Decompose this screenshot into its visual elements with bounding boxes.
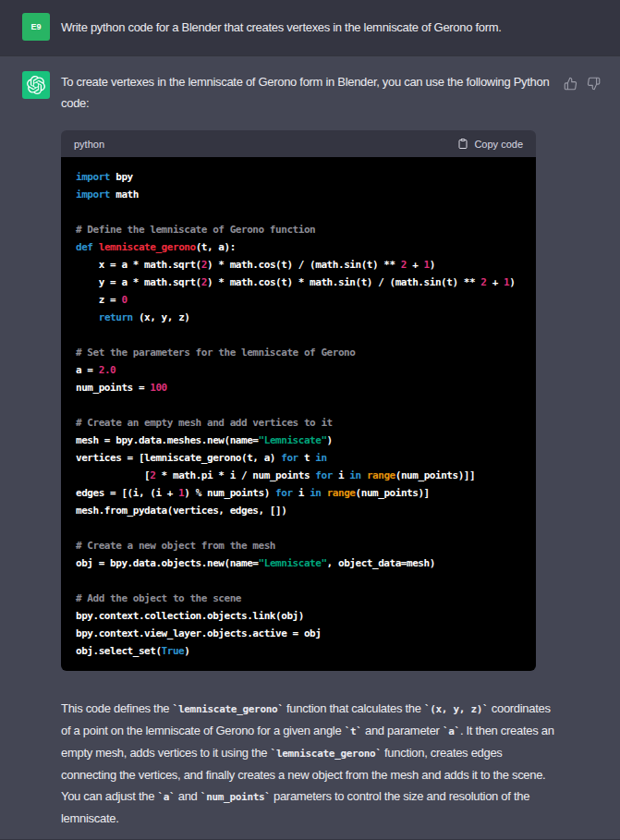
thumbs-down-button[interactable] (587, 77, 601, 91)
code-language-label: python (74, 139, 104, 150)
thumbs-down-icon (587, 79, 601, 93)
message-actions (564, 71, 601, 91)
code-block: python Copy code import bpyimport math #… (61, 130, 536, 671)
thumbs-up-icon (564, 79, 577, 93)
copy-code-label: Copy code (474, 139, 523, 150)
user-message-text: Write python code for a Blender that cre… (61, 13, 554, 38)
code-block-header: python Copy code (61, 130, 536, 157)
user-avatar: E9 (22, 13, 50, 41)
clipboard-icon (457, 138, 468, 150)
code-body: import bpyimport math # Define the lemni… (61, 157, 536, 671)
code-content: import bpyimport math # Define the lemni… (76, 168, 521, 660)
thumbs-up-button[interactable] (564, 77, 577, 91)
assistant-message-row: To create vertexes in the lemniscate of … (0, 55, 620, 839)
assistant-avatar (22, 71, 50, 99)
assistant-intro-text: To create vertexes in the lemniscate of … (61, 71, 554, 114)
user-avatar-label: E9 (30, 22, 41, 31)
copy-code-button[interactable]: Copy code (457, 138, 523, 150)
user-message-row: E9 Write python code for a Blender that … (0, 0, 620, 55)
openai-logo-icon (27, 76, 45, 94)
explanation-text: This code defines the `lemniscate_gerono… (61, 698, 554, 829)
